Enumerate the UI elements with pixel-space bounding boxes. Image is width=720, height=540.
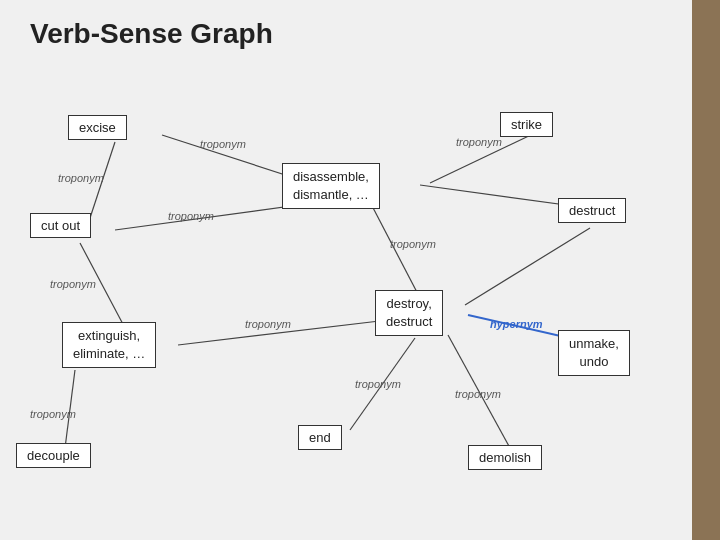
node-end: end (298, 425, 342, 450)
svg-line-4 (370, 202, 420, 298)
node-extinguish: extinguish,eliminate, … (62, 322, 156, 368)
edge-label-destroy-destruct-top: troponym (390, 238, 436, 250)
node-disassemble: disassemble,dismantle, … (282, 163, 380, 209)
node-destruct: destruct (558, 198, 626, 223)
edge-label-excise-disassemble: troponym (200, 138, 246, 150)
sidebar-decoration (692, 0, 720, 540)
node-strike: strike (500, 112, 553, 137)
edge-label-destroy-demolish: troponym (455, 388, 501, 400)
edge-label-extinguish-destroy: troponym (245, 318, 291, 330)
node-excise: excise (68, 115, 127, 140)
page-title: Verb-Sense Graph (30, 18, 273, 50)
edge-label-disassemble-cutout: troponym (168, 210, 214, 222)
node-destroy-destruct: destroy,destruct (375, 290, 443, 336)
edge-label-strike-disassemble: troponym (456, 136, 502, 148)
edge-label-excise-cutout: troponym (58, 172, 104, 184)
node-decouple: decouple (16, 443, 91, 468)
graph-arrows (0, 0, 720, 540)
svg-line-13 (465, 228, 590, 305)
node-cut-out: cut out (30, 213, 91, 238)
node-demolish: demolish (468, 445, 542, 470)
edge-label-cutout-extinguish: troponym (50, 278, 96, 290)
edge-label-destroy-end: troponym (355, 378, 401, 390)
node-unmake-undo: unmake,undo (558, 330, 630, 376)
edge-label-hypernym: hypernym (490, 318, 543, 330)
edge-label-decouple: troponym (30, 408, 76, 420)
